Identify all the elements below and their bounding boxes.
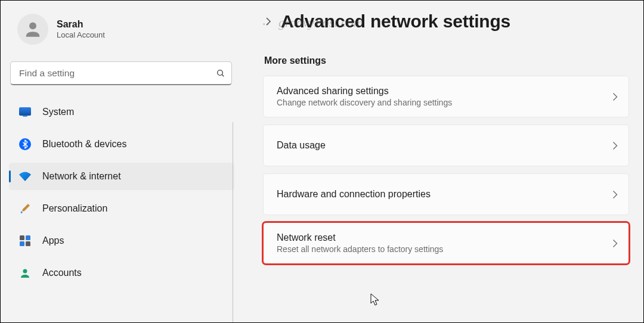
svg-point-10 [23, 269, 27, 274]
svg-rect-3 [19, 107, 31, 116]
svg-rect-8 [20, 241, 24, 246]
sidebar-item-label: Network & internet [42, 171, 121, 182]
sidebar-item-label: System [42, 107, 74, 117]
page-title: Advanced network settings [281, 11, 510, 32]
svg-rect-6 [20, 235, 24, 240]
search-input-wrap[interactable] [10, 61, 232, 85]
wifi-icon [18, 170, 32, 183]
sidebar-item-label: Accounts [42, 268, 82, 278]
card-title: Network reset [277, 232, 443, 243]
card-network-reset[interactable]: Network reset Reset all network adapters… [263, 222, 629, 264]
chevron-right-icon [612, 239, 618, 248]
sidebar-item-apps[interactable]: Apps [9, 227, 234, 254]
sidebar-item-label: Bluetooth & devices [42, 139, 126, 150]
sidebar-item-personalization[interactable]: Personalization [9, 195, 234, 222]
main: Advanced network settings More settings … [239, 1, 643, 322]
bluetooth-icon [18, 138, 32, 151]
card-hardware-props[interactable]: Hardware and connection properties [263, 173, 629, 215]
card-title: Data usage [277, 140, 326, 151]
svg-line-2 [222, 74, 224, 76]
chevron-right-icon [612, 141, 618, 150]
accounts-icon [18, 266, 32, 279]
profile-sub: Local Account [57, 30, 105, 39]
paintbrush-icon [18, 202, 32, 215]
svg-point-1 [218, 70, 223, 75]
sidebar-item-system[interactable]: System [9, 98, 234, 126]
svg-point-0 [29, 22, 36, 29]
profile-name: Sarah [57, 19, 105, 30]
system-icon [18, 105, 32, 119]
apps-icon [18, 234, 32, 247]
svg-rect-4 [23, 116, 27, 117]
chevron-right-icon [612, 92, 618, 101]
sidebar-item-label: Personalization [42, 203, 107, 214]
nav: System Bluetooth & devices Network & int… [9, 98, 234, 291]
sidebar-item-label: Apps [42, 235, 64, 246]
chevron-right-icon [612, 190, 618, 199]
search-icon [216, 69, 225, 78]
sidebar-scrollbar[interactable] [233, 122, 233, 322]
profile-block[interactable]: Sarah Local Account [9, 11, 234, 57]
card-sub: Reset all network adapters to factory se… [277, 244, 443, 254]
card-title: Hardware and connection properties [277, 189, 431, 200]
watermark-dots: • • [263, 21, 269, 27]
svg-rect-7 [26, 235, 30, 240]
sidebar: Sarah Local Account System [1, 1, 239, 322]
svg-rect-9 [26, 241, 30, 246]
card-title: Advanced sharing settings [277, 86, 452, 97]
avatar [17, 14, 48, 45]
search-input[interactable] [19, 68, 216, 79]
sidebar-item-network[interactable]: Network & internet [9, 163, 234, 190]
card-advanced-sharing[interactable]: Advanced sharing settings Change network… [263, 76, 629, 117]
sidebar-item-bluetooth[interactable]: Bluetooth & devices [9, 131, 234, 158]
sidebar-item-accounts[interactable]: Accounts [9, 259, 234, 287]
card-sub: Change network discovery and sharing set… [277, 98, 452, 107]
card-data-usage[interactable]: Data usage [263, 125, 629, 166]
section-header: More settings [264, 55, 629, 66]
